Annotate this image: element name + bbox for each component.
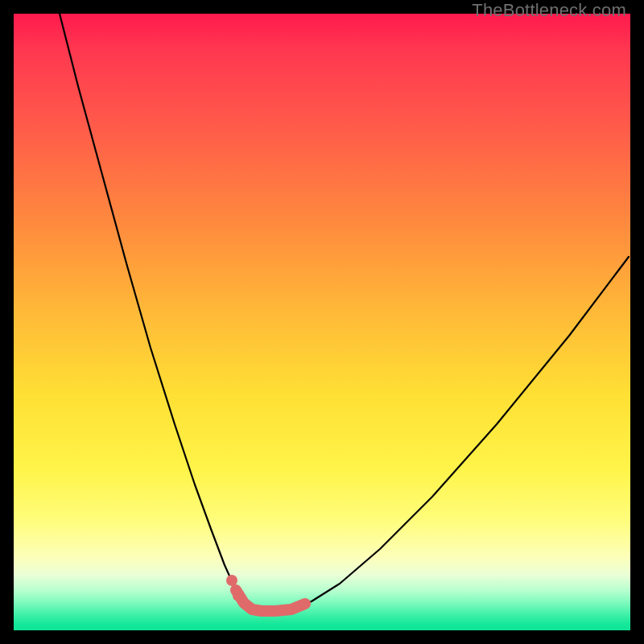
chart-svg xyxy=(14,14,630,630)
bottleneck-curve xyxy=(60,14,629,611)
accent-dot xyxy=(233,590,244,601)
watermark-text: TheBottleneck.com xyxy=(472,0,626,21)
optimal-range-highlight xyxy=(236,590,305,611)
accent-dot xyxy=(226,575,237,586)
chart-frame xyxy=(14,14,630,630)
